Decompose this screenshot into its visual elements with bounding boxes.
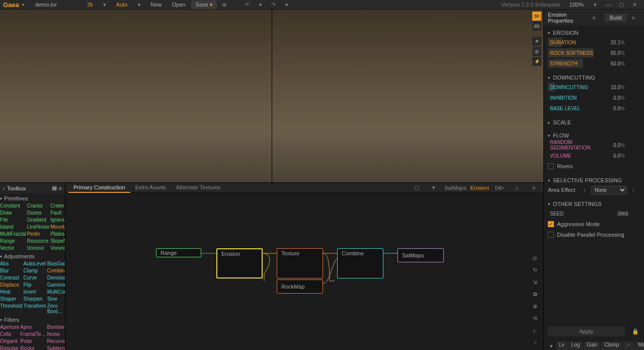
curve-button[interactable]: Log: [569, 341, 583, 350]
toolbox-item[interactable]: Range: [0, 238, 26, 244]
toolbox-item[interactable]: Apex: [20, 324, 46, 330]
toolbox-category[interactable]: Adjustments: [4, 253, 35, 259]
graph-tab[interactable]: Primary Construction: [68, 183, 130, 193]
toolbox-item[interactable]: Denoise: [47, 274, 65, 281]
toolbox-item[interactable]: Flip: [23, 282, 46, 288]
toolbox-item[interactable]: Constant: [0, 202, 26, 209]
toolbox-item[interactable]: Threshold: [0, 303, 22, 315]
tool-gear-icon[interactable]: ✿: [530, 290, 539, 299]
toolbox-item[interactable]: Mountain: [50, 224, 65, 230]
graph-save-icon[interactable]: ▢: [412, 183, 421, 192]
toolbox-item[interactable]: FractalTe…: [20, 331, 46, 337]
toolbox-item[interactable]: Plates: [50, 231, 65, 237]
open-button[interactable]: Open: [168, 1, 190, 9]
tool-share-icon[interactable]: ⇲: [530, 277, 539, 287]
toolbox-item[interactable]: Gamma: [47, 282, 65, 288]
graph-tab[interactable]: Extra Assets: [130, 183, 171, 193]
toolbox-item[interactable]: Subterrace: [47, 345, 65, 350]
toolbox-item[interactable]: Sine: [47, 296, 65, 302]
toolbox-item[interactable]: Curve: [23, 274, 46, 281]
node-rockmap[interactable]: RockMap: [277, 279, 323, 294]
close-icon[interactable]: ✕: [630, 0, 639, 9]
toolbox-item[interactable]: Voronoi+: [50, 245, 65, 251]
play-icon[interactable]: ▷▷: [495, 183, 504, 192]
toolbox-item[interactable]: Origami: [0, 338, 19, 344]
toolbox-item[interactable]: Blur: [0, 267, 22, 274]
resolution-button[interactable]: 2k: [83, 1, 97, 9]
prop-rand[interactable]: RANDOM SEDIMENTATION0.0%: [548, 141, 640, 150]
prop-strength[interactable]: STRENGTH50.0%: [548, 59, 640, 68]
new-button[interactable]: New: [147, 1, 166, 9]
toolbox-item[interactable]: Crater: [50, 202, 65, 209]
curve-button[interactable]: Clamp: [601, 341, 622, 350]
toolbox-item[interactable]: Polar: [20, 338, 46, 344]
toolbox-item[interactable]: Zero Bord…: [47, 303, 65, 315]
file-name[interactable]: demo.tor: [31, 1, 61, 9]
toolbox-item[interactable]: Abs: [0, 260, 22, 267]
save-button[interactable]: Save ▾: [191, 1, 216, 9]
app-logo[interactable]: Gaea: [3, 1, 19, 9]
res-caret-icon[interactable]: ▾: [100, 0, 109, 9]
sect-other[interactable]: OTHER SETTINGS: [553, 201, 602, 207]
toolbox-grid-icon[interactable]: ▦: [52, 185, 57, 191]
toolbox-item[interactable]: Sharpen: [23, 296, 46, 302]
bolt-icon[interactable]: ⚡: [532, 57, 541, 66]
toolbox-item[interactable]: AutoLevel: [23, 260, 46, 267]
toolbox-item[interactable]: Draw: [0, 209, 26, 216]
viewport[interactable]: 3D 2D ☀ ◎ ⚡: [0, 10, 543, 183]
toolbox-item[interactable]: Transform: [23, 303, 46, 315]
toolbox-item[interactable]: Clamp: [23, 267, 46, 274]
build-button[interactable]: Build: [605, 14, 627, 22]
toolbox-item[interactable]: Cells: [0, 331, 19, 337]
curve-button[interactable]: ⟋: [623, 341, 634, 350]
toolbox-item[interactable]: Voronoi: [27, 245, 49, 251]
rivers-checkbox[interactable]: [548, 163, 554, 169]
sect-flow[interactable]: FLOW: [553, 132, 569, 138]
toolbox-back-icon[interactable]: ‹: [3, 185, 5, 191]
redo-icon[interactable]: ↷: [269, 0, 278, 9]
minimize-icon[interactable]: —: [604, 0, 613, 9]
add-icon[interactable]: ⊕: [220, 0, 229, 9]
toolbox-item[interactable]: SlopeNoise: [50, 238, 65, 244]
toolbox-item[interactable]: Fault: [50, 209, 65, 216]
home-icon[interactable]: ⌂: [512, 183, 521, 192]
auto-button[interactable]: Auto: [112, 1, 132, 9]
prop-dc[interactable]: DOWNCUTTING10.0%: [548, 83, 640, 92]
toolbox-item[interactable]: Contrast: [0, 274, 22, 281]
toolbox-item[interactable]: BiasGain: [47, 260, 65, 267]
prop-duration[interactable]: DURATION20.1%: [548, 38, 640, 47]
node-combine[interactable]: Combine: [337, 248, 383, 278]
tool-add-icon[interactable]: ⊕: [530, 302, 539, 311]
toolbox-item[interactable]: Noise: [47, 331, 65, 337]
logo-menu-caret[interactable]: ▾: [22, 3, 24, 7]
graph-caret-icon[interactable]: ▾: [429, 183, 438, 192]
graph-canvas[interactable]: Range Erosion Texture RockMap Combine Sa…: [65, 193, 543, 350]
toolbox-item[interactable]: Rocks: [20, 345, 46, 350]
toolbox-item[interactable]: LineNoise: [27, 224, 49, 230]
toolbox-item[interactable]: File: [0, 217, 26, 223]
auto-caret-icon[interactable]: ▾: [135, 0, 144, 9]
tool-fork-icon[interactable]: ⑂: [530, 338, 539, 347]
tool-cut-icon[interactable]: ⟀: [530, 326, 539, 335]
sect-down[interactable]: DOWNCUTTING: [553, 75, 595, 81]
curve-button[interactable]: Gain: [584, 341, 600, 350]
prop-base[interactable]: BASE LEVEL0.0%: [548, 104, 640, 113]
toolbox-item[interactable]: MultiFractal: [0, 231, 26, 237]
lock-icon[interactable]: 🔒: [631, 327, 640, 336]
prop-vol[interactable]: VOLUME0.0%: [548, 151, 640, 160]
toolbox-item[interactable]: Recurve: [47, 338, 65, 344]
toolbox-item[interactable]: Dunes: [27, 209, 49, 216]
node-range[interactable]: Range: [156, 248, 201, 257]
props-menu-icon[interactable]: ≡: [590, 13, 599, 22]
toolbox-item[interactable]: Invert: [23, 289, 46, 295]
sect-sel[interactable]: SELECTIVE PROCESSING: [553, 177, 622, 183]
undo-caret-icon[interactable]: ▾: [256, 0, 265, 9]
parallel-checkbox[interactable]: [548, 232, 554, 238]
toolbox-item[interactable]: Gradient: [27, 217, 49, 223]
prop-inh[interactable]: INHIBITION0.0%: [548, 93, 640, 102]
area-effect-select[interactable]: None: [591, 186, 627, 194]
seed-value[interactable]: 3866: [603, 211, 628, 217]
toolbox-item[interactable]: Vector: [0, 245, 26, 251]
curve-button[interactable]: Max: [635, 341, 644, 350]
light-icon[interactable]: ☀: [532, 37, 541, 46]
